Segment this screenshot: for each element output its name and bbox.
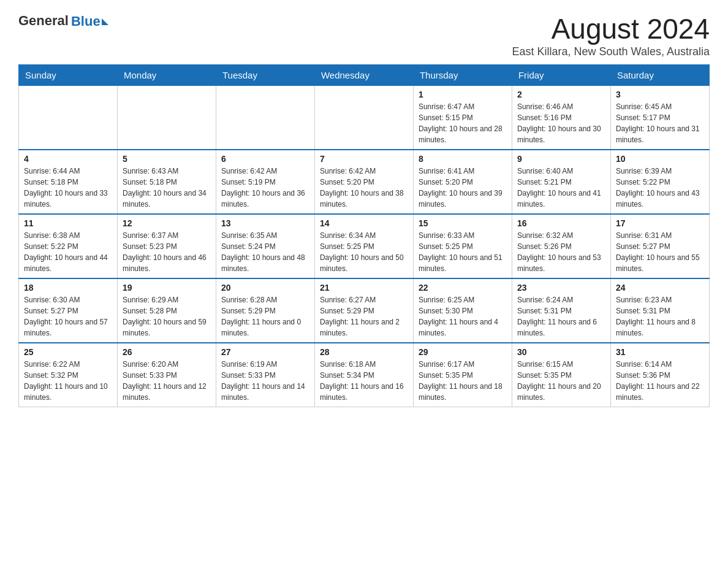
logo-triangle-icon [102, 18, 108, 25]
header-thursday: Thursday [413, 65, 512, 86]
day-info: Sunrise: 6:43 AM Sunset: 5:18 PM Dayligh… [123, 166, 211, 210]
day-number: 3 [616, 90, 704, 99]
calendar-cell: 22Sunrise: 6:25 AM Sunset: 5:30 PM Dayli… [413, 278, 512, 343]
day-info: Sunrise: 6:22 AM Sunset: 5:32 PM Dayligh… [24, 359, 112, 403]
day-number: 26 [123, 347, 211, 357]
calendar-cell: 26Sunrise: 6:20 AM Sunset: 5:33 PM Dayli… [117, 343, 216, 407]
calendar-cell: 30Sunrise: 6:15 AM Sunset: 5:35 PM Dayli… [512, 343, 610, 407]
calendar-cell [314, 86, 413, 150]
calendar-cell: 23Sunrise: 6:24 AM Sunset: 5:31 PM Dayli… [512, 278, 610, 343]
calendar-cell: 5Sunrise: 6:43 AM Sunset: 5:18 PM Daylig… [117, 150, 216, 214]
calendar-cell: 29Sunrise: 6:17 AM Sunset: 5:35 PM Dayli… [413, 343, 512, 407]
day-info: Sunrise: 6:29 AM Sunset: 5:28 PM Dayligh… [123, 294, 211, 339]
day-info: Sunrise: 6:14 AM Sunset: 5:36 PM Dayligh… [616, 359, 704, 403]
day-info: Sunrise: 6:44 AM Sunset: 5:18 PM Dayligh… [24, 166, 112, 210]
day-info: Sunrise: 6:38 AM Sunset: 5:22 PM Dayligh… [24, 230, 112, 274]
day-number: 8 [419, 154, 507, 164]
calendar-cell [117, 86, 216, 150]
calendar-cell: 28Sunrise: 6:18 AM Sunset: 5:34 PM Dayli… [314, 343, 413, 407]
calendar-cell: 1Sunrise: 6:47 AM Sunset: 5:15 PM Daylig… [413, 86, 512, 150]
day-info: Sunrise: 6:25 AM Sunset: 5:30 PM Dayligh… [419, 294, 507, 339]
day-info: Sunrise: 6:41 AM Sunset: 5:20 PM Dayligh… [419, 166, 507, 210]
day-info: Sunrise: 6:17 AM Sunset: 5:35 PM Dayligh… [419, 359, 507, 403]
day-number: 13 [221, 218, 309, 228]
calendar-cell: 4Sunrise: 6:44 AM Sunset: 5:18 PM Daylig… [19, 150, 118, 214]
calendar-cell: 31Sunrise: 6:14 AM Sunset: 5:36 PM Dayli… [610, 343, 709, 407]
calendar-cell: 12Sunrise: 6:37 AM Sunset: 5:23 PM Dayli… [117, 214, 216, 278]
day-info: Sunrise: 6:42 AM Sunset: 5:20 PM Dayligh… [320, 166, 408, 210]
day-info: Sunrise: 6:24 AM Sunset: 5:31 PM Dayligh… [517, 294, 605, 339]
day-number: 14 [320, 218, 408, 228]
day-number: 17 [616, 218, 704, 228]
day-info: Sunrise: 6:18 AM Sunset: 5:34 PM Dayligh… [320, 359, 408, 403]
day-number: 2 [517, 90, 605, 99]
day-info: Sunrise: 6:35 AM Sunset: 5:24 PM Dayligh… [221, 230, 309, 274]
calendar-cell: 14Sunrise: 6:34 AM Sunset: 5:25 PM Dayli… [314, 214, 413, 278]
calendar-cell: 2Sunrise: 6:46 AM Sunset: 5:16 PM Daylig… [512, 86, 610, 150]
week-row-0: 1Sunrise: 6:47 AM Sunset: 5:15 PM Daylig… [19, 86, 710, 150]
day-number: 25 [24, 347, 112, 357]
header-row: SundayMondayTuesdayWednesdayThursdayFrid… [19, 65, 710, 86]
header-wednesday: Wednesday [314, 65, 413, 86]
header-tuesday: Tuesday [216, 65, 314, 86]
calendar-cell: 21Sunrise: 6:27 AM Sunset: 5:29 PM Dayli… [314, 278, 413, 343]
day-number: 31 [616, 347, 704, 357]
week-row-2: 11Sunrise: 6:38 AM Sunset: 5:22 PM Dayli… [19, 214, 710, 278]
day-number: 4 [24, 154, 112, 164]
day-info: Sunrise: 6:40 AM Sunset: 5:21 PM Dayligh… [517, 166, 605, 210]
day-number: 5 [123, 154, 211, 164]
day-number: 28 [320, 347, 408, 357]
day-info: Sunrise: 6:28 AM Sunset: 5:29 PM Dayligh… [221, 294, 309, 339]
day-info: Sunrise: 6:39 AM Sunset: 5:22 PM Dayligh… [616, 166, 704, 210]
calendar-cell: 9Sunrise: 6:40 AM Sunset: 5:21 PM Daylig… [512, 150, 610, 214]
calendar-cell [216, 86, 314, 150]
calendar-cell: 20Sunrise: 6:28 AM Sunset: 5:29 PM Dayli… [216, 278, 314, 343]
day-number: 22 [419, 283, 507, 293]
day-info: Sunrise: 6:15 AM Sunset: 5:35 PM Dayligh… [517, 359, 605, 403]
calendar-cell: 7Sunrise: 6:42 AM Sunset: 5:20 PM Daylig… [314, 150, 413, 214]
day-number: 16 [517, 218, 605, 228]
calendar-cell: 15Sunrise: 6:33 AM Sunset: 5:25 PM Dayli… [413, 214, 512, 278]
day-number: 1 [419, 90, 507, 99]
calendar-cell [19, 86, 118, 150]
day-number: 30 [517, 347, 605, 357]
day-number: 12 [123, 218, 211, 228]
day-info: Sunrise: 6:20 AM Sunset: 5:33 PM Dayligh… [123, 359, 211, 403]
title-section: August 2024 East Killara, New South Wale… [512, 12, 710, 58]
calendar-cell: 25Sunrise: 6:22 AM Sunset: 5:32 PM Dayli… [19, 343, 118, 407]
day-number: 10 [616, 154, 704, 164]
calendar-cell: 11Sunrise: 6:38 AM Sunset: 5:22 PM Dayli… [19, 214, 118, 278]
calendar-cell: 10Sunrise: 6:39 AM Sunset: 5:22 PM Dayli… [610, 150, 709, 214]
calendar-cell: 13Sunrise: 6:35 AM Sunset: 5:24 PM Dayli… [216, 214, 314, 278]
day-info: Sunrise: 6:42 AM Sunset: 5:19 PM Dayligh… [221, 166, 309, 210]
calendar-cell: 24Sunrise: 6:23 AM Sunset: 5:31 PM Dayli… [610, 278, 709, 343]
day-info: Sunrise: 6:30 AM Sunset: 5:27 PM Dayligh… [24, 294, 112, 339]
logo-general-text: General [18, 13, 69, 29]
calendar-cell: 3Sunrise: 6:45 AM Sunset: 5:17 PM Daylig… [610, 86, 709, 150]
header-sunday: Sunday [19, 65, 118, 86]
day-number: 20 [221, 283, 309, 293]
page-header: General Blue August 2024 East Killara, N… [18, 12, 710, 58]
location-title: East Killara, New South Wales, Australia [512, 45, 710, 58]
day-info: Sunrise: 6:47 AM Sunset: 5:15 PM Dayligh… [419, 101, 507, 145]
logo-blue-text: Blue [71, 13, 100, 29]
day-number: 7 [320, 154, 408, 164]
day-number: 24 [616, 283, 704, 293]
day-info: Sunrise: 6:46 AM Sunset: 5:16 PM Dayligh… [517, 101, 605, 145]
day-info: Sunrise: 6:34 AM Sunset: 5:25 PM Dayligh… [320, 230, 408, 274]
month-title: August 2024 [512, 12, 710, 45]
day-number: 21 [320, 283, 408, 293]
day-info: Sunrise: 6:19 AM Sunset: 5:33 PM Dayligh… [221, 359, 309, 403]
day-number: 6 [221, 154, 309, 164]
day-info: Sunrise: 6:37 AM Sunset: 5:23 PM Dayligh… [123, 230, 211, 274]
calendar-cell: 17Sunrise: 6:31 AM Sunset: 5:27 PM Dayli… [610, 214, 709, 278]
day-number: 27 [221, 347, 309, 357]
day-number: 23 [517, 283, 605, 293]
header-saturday: Saturday [610, 65, 709, 86]
calendar-table: SundayMondayTuesdayWednesdayThursdayFrid… [18, 64, 710, 407]
calendar-cell: 27Sunrise: 6:19 AM Sunset: 5:33 PM Dayli… [216, 343, 314, 407]
header-monday: Monday [117, 65, 216, 86]
day-number: 18 [24, 283, 112, 293]
day-info: Sunrise: 6:32 AM Sunset: 5:26 PM Dayligh… [517, 230, 605, 274]
day-number: 11 [24, 218, 112, 228]
